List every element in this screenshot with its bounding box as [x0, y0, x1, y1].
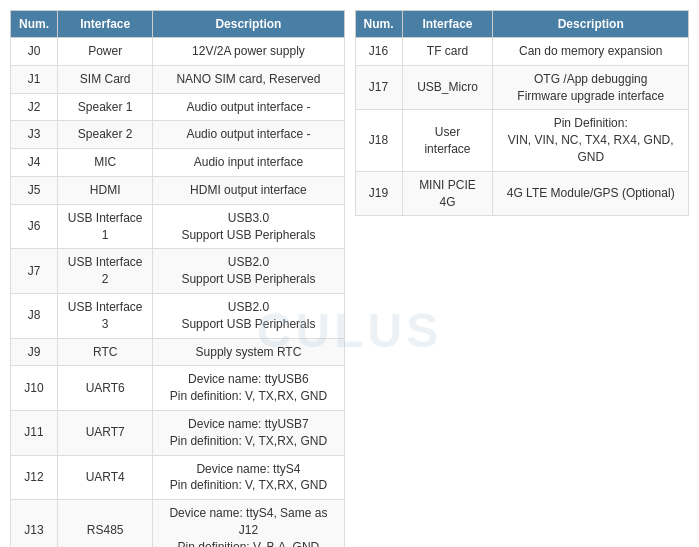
cell-interface: MINI PCIE 4G: [402, 171, 493, 216]
cell-description: Can do memory expansion: [493, 38, 689, 66]
table-row: J7USB Interface 2USB2.0Support USB Perip…: [11, 249, 345, 294]
table-row: J2Speaker 1Audio output interface -: [11, 93, 345, 121]
cell-description: Supply system RTC: [153, 338, 344, 366]
cell-num: J8: [11, 293, 58, 338]
cell-description: HDMI output interface: [153, 176, 344, 204]
cell-description: USB2.0Support USB Peripherals: [153, 293, 344, 338]
cell-description: 4G LTE Module/GPS (Optional): [493, 171, 689, 216]
cell-interface: MIC: [58, 149, 153, 177]
cell-num: J1: [11, 65, 58, 93]
cell-description: 12V/2A power supply: [153, 38, 344, 66]
table-row: J18User interfacePin Definition:VIN, VIN…: [355, 110, 689, 171]
cell-num: J6: [11, 204, 58, 249]
cell-num: J18: [355, 110, 402, 171]
cell-num: J7: [11, 249, 58, 294]
cell-interface: TF card: [402, 38, 493, 66]
left-col-interface: Interface: [58, 11, 153, 38]
cell-description: USB2.0Support USB Peripherals: [153, 249, 344, 294]
cell-description: Audio output interface -: [153, 121, 344, 149]
cell-description: Device name: ttyS4Pin definition: V, TX,…: [153, 455, 344, 500]
cell-interface: UART6: [58, 366, 153, 411]
cell-interface: USB Interface 1: [58, 204, 153, 249]
cell-num: J10: [11, 366, 58, 411]
cell-interface: USB Interface 2: [58, 249, 153, 294]
table-row: J8USB Interface 3USB2.0Support USB Perip…: [11, 293, 345, 338]
table-row: J16TF cardCan do memory expansion: [355, 38, 689, 66]
right-col-description: Description: [493, 11, 689, 38]
cell-description: Device name: ttyS4, Same as J12Pin defin…: [153, 500, 344, 547]
left-table: Num. Interface Description J0Power12V/2A…: [10, 10, 345, 547]
cell-num: J3: [11, 121, 58, 149]
table-row: J5HDMIHDMI output interface: [11, 176, 345, 204]
right-table: Num. Interface Description J16TF cardCan…: [355, 10, 690, 216]
cell-num: J4: [11, 149, 58, 177]
cell-interface: Power: [58, 38, 153, 66]
cell-num: J16: [355, 38, 402, 66]
cell-num: J11: [11, 410, 58, 455]
table-row: J6USB Interface 1USB3.0Support USB Perip…: [11, 204, 345, 249]
cell-num: J17: [355, 65, 402, 110]
cell-interface: RS485: [58, 500, 153, 547]
cell-num: J19: [355, 171, 402, 216]
cell-num: J13: [11, 500, 58, 547]
table-row: J4MICAudio input interface: [11, 149, 345, 177]
table-row: J12UART4Device name: ttyS4Pin definition…: [11, 455, 345, 500]
cell-num: J5: [11, 176, 58, 204]
cell-interface: RTC: [58, 338, 153, 366]
table-row: J19MINI PCIE 4G4G LTE Module/GPS (Option…: [355, 171, 689, 216]
cell-num: J0: [11, 38, 58, 66]
cell-interface: USB_Micro: [402, 65, 493, 110]
table-row: J9RTCSupply system RTC: [11, 338, 345, 366]
cell-description: NANO SIM card, Reserved: [153, 65, 344, 93]
table-row: J3Speaker 2Audio output interface -: [11, 121, 345, 149]
cell-num: J12: [11, 455, 58, 500]
cell-num: J9: [11, 338, 58, 366]
cell-interface: SIM Card: [58, 65, 153, 93]
cell-num: J2: [11, 93, 58, 121]
cell-description: OTG /App debuggingFirmware upgrade inter…: [493, 65, 689, 110]
cell-interface: UART4: [58, 455, 153, 500]
left-table-header-row: Num. Interface Description: [11, 11, 345, 38]
cell-interface: HDMI: [58, 176, 153, 204]
cell-interface: USB Interface 3: [58, 293, 153, 338]
cell-interface: Speaker 1: [58, 93, 153, 121]
table-row: J1SIM CardNANO SIM card, Reserved: [11, 65, 345, 93]
left-table-wrapper: Num. Interface Description J0Power12V/2A…: [10, 10, 345, 547]
left-col-description: Description: [153, 11, 344, 38]
table-row: J0Power12V/2A power supply: [11, 38, 345, 66]
cell-description: Audio output interface -: [153, 93, 344, 121]
table-row: J13RS485Device name: ttyS4, Same as J12P…: [11, 500, 345, 547]
right-table-wrapper: Num. Interface Description J16TF cardCan…: [355, 10, 690, 547]
table-row: J10UART6Device name: ttyUSB6Pin definiti…: [11, 366, 345, 411]
right-col-interface: Interface: [402, 11, 493, 38]
cell-description: USB3.0Support USB Peripherals: [153, 204, 344, 249]
cell-description: Device name: ttyUSB7Pin definition: V, T…: [153, 410, 344, 455]
cell-interface: UART7: [58, 410, 153, 455]
cell-interface: Speaker 2: [58, 121, 153, 149]
cell-description: Pin Definition:VIN, VIN, NC, TX4, RX4, G…: [493, 110, 689, 171]
page-container: CULUS Num. Interface Description J0Power…: [0, 0, 699, 547]
cell-interface: User interface: [402, 110, 493, 171]
cell-description: Audio input interface: [153, 149, 344, 177]
left-col-num: Num.: [11, 11, 58, 38]
table-row: J17USB_MicroOTG /App debuggingFirmware u…: [355, 65, 689, 110]
cell-description: Device name: ttyUSB6Pin definition: V, T…: [153, 366, 344, 411]
right-table-header-row: Num. Interface Description: [355, 11, 689, 38]
table-row: J11UART7Device name: ttyUSB7Pin definiti…: [11, 410, 345, 455]
right-col-num: Num.: [355, 11, 402, 38]
